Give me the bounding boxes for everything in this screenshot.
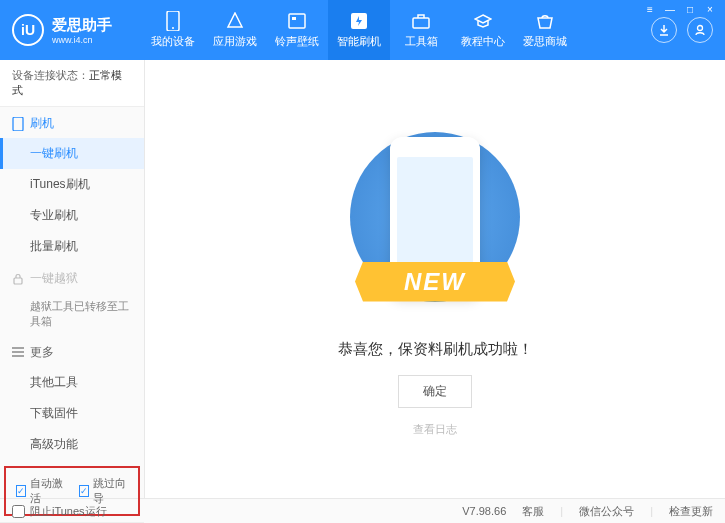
tab-my-device[interactable]: 我的设备 <box>142 0 204 60</box>
win-minimize-icon[interactable]: — <box>661 2 679 16</box>
phone-icon <box>163 11 183 31</box>
tutorial-icon <box>473 11 493 31</box>
sidebar-section-flash[interactable]: 刷机 <box>0 107 144 138</box>
tab-store[interactable]: 爱思商城 <box>514 0 576 60</box>
sidebar-item-advanced[interactable]: 高级功能 <box>0 429 144 460</box>
tab-label: 智能刷机 <box>337 34 381 49</box>
jailbreak-note: 越狱工具已转移至工具箱 <box>0 293 144 336</box>
sidebar-item-batch-flash[interactable]: 批量刷机 <box>0 231 144 262</box>
new-badge: NEW <box>355 262 515 302</box>
tab-label: 工具箱 <box>405 34 438 49</box>
svg-point-1 <box>172 27 174 29</box>
success-message: 恭喜您，保资料刷机成功啦！ <box>338 340 533 359</box>
nav-tabs: 我的设备 应用游戏 铃声壁纸 智能刷机 工具箱 教程中心 爱思商城 <box>142 0 651 60</box>
win-maximize-icon[interactable]: □ <box>681 2 699 16</box>
svg-rect-3 <box>292 17 296 20</box>
toolbox-icon <box>411 11 431 31</box>
sidebar-item-pro-flash[interactable]: 专业刷机 <box>0 200 144 231</box>
wechat-link[interactable]: 微信公众号 <box>579 504 634 519</box>
main-content: NEW 恭喜您，保资料刷机成功啦！ 确定 查看日志 <box>145 60 725 498</box>
user-button[interactable] <box>687 17 713 43</box>
sidebar-item-itunes-flash[interactable]: iTunes刷机 <box>0 169 144 200</box>
win-close-icon[interactable]: × <box>701 2 719 16</box>
check-icon: ✓ <box>16 485 26 497</box>
checkbox-input[interactable] <box>12 505 25 518</box>
tab-apps[interactable]: 应用游戏 <box>204 0 266 60</box>
tab-label: 铃声壁纸 <box>275 34 319 49</box>
svg-point-6 <box>698 26 703 31</box>
sidebar-item-download-firmware[interactable]: 下载固件 <box>0 398 144 429</box>
tab-label: 教程中心 <box>461 34 505 49</box>
svg-rect-2 <box>289 14 305 28</box>
flash-icon <box>349 11 369 31</box>
svg-rect-5 <box>413 18 429 28</box>
win-settings-icon[interactable]: ≡ <box>641 2 659 16</box>
tab-toolbox[interactable]: 工具箱 <box>390 0 452 60</box>
checkbox-skip-guide[interactable]: ✓ 跳过向导 <box>79 476 128 506</box>
tab-ringtones[interactable]: 铃声壁纸 <box>266 0 328 60</box>
sidebar-item-other-tools[interactable]: 其他工具 <box>0 367 144 398</box>
connection-status: 设备连接状态：正常模式 <box>0 60 144 107</box>
sidebar-item-oneclick-flash[interactable]: 一键刷机 <box>0 138 144 169</box>
view-log-link[interactable]: 查看日志 <box>413 422 457 437</box>
download-button[interactable] <box>651 17 677 43</box>
apps-icon <box>225 11 245 31</box>
phone-small-icon <box>12 117 24 131</box>
sidebar: 设备连接状态：正常模式 刷机 一键刷机 iTunes刷机 专业刷机 批量刷机 一… <box>0 60 145 498</box>
customer-service-link[interactable]: 客服 <box>522 504 544 519</box>
app-title: 爱思助手 <box>52 16 112 35</box>
app-url: www.i4.cn <box>52 35 112 45</box>
tab-flash[interactable]: 智能刷机 <box>328 0 390 60</box>
tab-tutorials[interactable]: 教程中心 <box>452 0 514 60</box>
confirm-button[interactable]: 确定 <box>398 375 472 408</box>
tab-label: 爱思商城 <box>523 34 567 49</box>
logo[interactable]: iU 爱思助手 www.i4.cn <box>12 14 142 46</box>
list-icon <box>12 347 24 357</box>
sidebar-section-jailbreak: 一键越狱 <box>0 262 144 293</box>
checkbox-block-itunes[interactable]: 阻止iTunes运行 <box>12 504 107 519</box>
success-illustration: NEW <box>345 122 525 322</box>
check-update-link[interactable]: 检查更新 <box>669 504 713 519</box>
tab-label: 应用游戏 <box>213 34 257 49</box>
logo-icon: iU <box>12 14 44 46</box>
tab-label: 我的设备 <box>151 34 195 49</box>
check-icon: ✓ <box>79 485 89 497</box>
lock-icon <box>12 273 24 285</box>
sidebar-section-more[interactable]: 更多 <box>0 336 144 367</box>
wallpaper-icon <box>287 11 307 31</box>
svg-rect-7 <box>13 117 23 131</box>
version-label: V7.98.66 <box>462 505 506 517</box>
svg-rect-8 <box>14 278 22 284</box>
store-icon <box>535 11 555 31</box>
app-header: iU 爱思助手 www.i4.cn 我的设备 应用游戏 铃声壁纸 智能刷机 工具… <box>0 0 725 60</box>
checkbox-auto-activate[interactable]: ✓ 自动激活 <box>16 476 65 506</box>
